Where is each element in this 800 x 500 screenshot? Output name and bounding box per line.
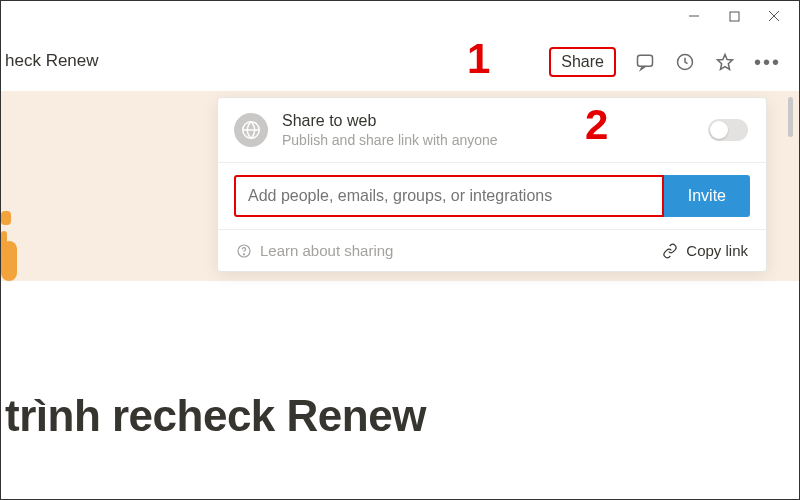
breadcrumb[interactable]: heck Renew xyxy=(5,51,99,71)
share-to-web-title: Share to web xyxy=(282,112,708,130)
learn-about-sharing-link[interactable]: Learn about sharing xyxy=(236,242,393,259)
invite-button[interactable]: Invite xyxy=(664,175,750,217)
share-panel: Share to web Publish and share link with… xyxy=(217,97,767,272)
window-minimize-icon[interactable] xyxy=(687,9,701,23)
favorite-star-icon[interactable] xyxy=(714,51,736,73)
scrollbar-thumb[interactable] xyxy=(788,97,793,137)
topbar-actions: Share ••• xyxy=(549,47,781,77)
window-maximize-icon[interactable] xyxy=(727,9,741,23)
help-icon xyxy=(236,243,252,259)
annotation-2: 2 xyxy=(585,101,608,149)
svg-rect-7 xyxy=(1,211,11,225)
learn-label: Learn about sharing xyxy=(260,242,393,259)
comments-icon[interactable] xyxy=(634,51,656,73)
share-button[interactable]: Share xyxy=(549,47,616,77)
link-icon xyxy=(662,243,678,259)
share-footer-row: Learn about sharing Copy link xyxy=(218,230,766,271)
annotation-1: 1 xyxy=(467,35,490,83)
invite-row: Invite xyxy=(218,163,766,230)
svg-rect-1 xyxy=(730,12,739,21)
invite-input[interactable] xyxy=(234,175,664,217)
window-close-icon[interactable] xyxy=(767,9,781,23)
app-frame: heck Renew Share ••• trình recheck Renew… xyxy=(0,0,800,500)
copy-link-button[interactable]: Copy link xyxy=(662,242,748,259)
globe-icon xyxy=(234,113,268,147)
svg-point-12 xyxy=(243,253,244,254)
share-to-web-subtitle: Publish and share link with anyone xyxy=(282,132,708,148)
share-to-web-row: Share to web Publish and share link with… xyxy=(218,98,766,163)
window-controls xyxy=(687,9,781,23)
share-to-web-text: Share to web Publish and share link with… xyxy=(282,112,708,148)
updates-clock-icon[interactable] xyxy=(674,51,696,73)
svg-rect-9 xyxy=(1,231,7,249)
page-title[interactable]: trình recheck Renew xyxy=(5,391,426,441)
copy-link-label: Copy link xyxy=(686,242,748,259)
svg-rect-4 xyxy=(637,55,652,66)
share-to-web-toggle[interactable] xyxy=(708,119,748,141)
svg-marker-6 xyxy=(717,55,732,70)
more-menu-icon[interactable]: ••• xyxy=(754,51,781,74)
page-emoji-icon xyxy=(1,211,25,291)
